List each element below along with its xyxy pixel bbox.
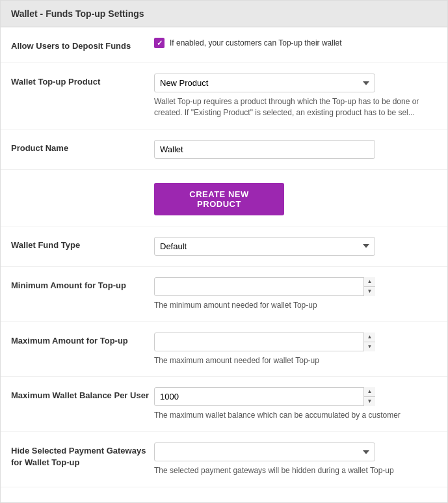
product-name-row: Product Name bbox=[1, 129, 447, 170]
hide-gateways-label: Hide Selected Payment Gateways for Walle… bbox=[11, 442, 154, 469]
create-product-row: CREATE NEW PRODUCT bbox=[1, 170, 447, 226]
topup-product-row: Wallet Top-up Product New Product Existi… bbox=[1, 63, 447, 129]
allow-deposit-hint: If enabled, your customers can Top-up th… bbox=[170, 38, 342, 49]
max-amount-down[interactable]: ▼ bbox=[364, 342, 375, 351]
panel-body: Allow Users to Deposit Funds If enabled,… bbox=[1, 27, 447, 487]
allow-deposit-row: Allow Users to Deposit Funds If enabled,… bbox=[1, 27, 447, 63]
max-amount-row: Maximum Amount for Top-up ▲ ▼ The maximu… bbox=[1, 322, 447, 377]
max-amount-spinner: ▲ ▼ bbox=[363, 333, 375, 351]
topup-product-hint: Wallet Top-up requires a product through… bbox=[154, 96, 437, 118]
max-amount-wrapper: ▲ ▼ bbox=[154, 333, 375, 351]
topup-product-content: New Product Existing Product Wallet Top-… bbox=[154, 74, 437, 118]
max-balance-spinner: ▲ ▼ bbox=[363, 387, 375, 406]
min-amount-down[interactable]: ▼ bbox=[364, 287, 375, 296]
topup-product-select[interactable]: New Product Existing Product bbox=[154, 74, 375, 92]
max-balance-hint: The maximum wallet balance which can be … bbox=[154, 410, 437, 421]
create-product-content: CREATE NEW PRODUCT bbox=[154, 180, 437, 215]
max-amount-label: Maximum Amount for Top-up bbox=[11, 333, 154, 347]
product-name-content bbox=[154, 140, 437, 159]
product-name-input[interactable] bbox=[154, 140, 375, 159]
min-amount-input[interactable] bbox=[154, 277, 375, 296]
max-balance-row: Maximum Wallet Balance Per User ▲ ▼ The … bbox=[1, 377, 447, 432]
fund-type-content: Default bbox=[154, 237, 437, 256]
panel-title-text: Wallet - Funds Top-up Settings bbox=[11, 8, 144, 19]
allow-deposit-checkbox[interactable] bbox=[154, 38, 165, 48]
min-amount-spinner: ▲ ▼ bbox=[363, 277, 375, 296]
max-amount-hint: The maximum amount needed for wallet Top… bbox=[154, 355, 437, 366]
topup-product-label: Wallet Top-up Product bbox=[11, 74, 154, 88]
hide-gateways-content: The selected payment gateways will be hi… bbox=[154, 442, 437, 476]
create-product-empty-label bbox=[11, 180, 154, 183]
max-balance-input[interactable] bbox=[154, 387, 375, 406]
min-amount-row: Minimum Amount for Top-up ▲ ▼ The minimu… bbox=[1, 267, 447, 322]
min-amount-up[interactable]: ▲ bbox=[364, 277, 375, 287]
max-balance-wrapper: ▲ ▼ bbox=[154, 387, 375, 406]
hide-gateways-select[interactable] bbox=[154, 442, 375, 461]
hide-gateways-row: Hide Selected Payment Gateways for Walle… bbox=[1, 432, 447, 487]
create-product-button[interactable]: CREATE NEW PRODUCT bbox=[154, 183, 284, 215]
max-amount-input[interactable] bbox=[154, 333, 375, 351]
fund-type-label: Wallet Fund Type bbox=[11, 237, 154, 251]
max-balance-label: Maximum Wallet Balance Per User bbox=[11, 387, 154, 401]
fund-type-select[interactable]: Default bbox=[154, 237, 375, 256]
max-amount-up[interactable]: ▲ bbox=[364, 333, 375, 342]
max-balance-content: ▲ ▼ The maximum wallet balance which can… bbox=[154, 387, 437, 421]
hide-gateways-hint: The selected payment gateways will be hi… bbox=[154, 465, 437, 476]
max-balance-up[interactable]: ▲ bbox=[364, 387, 375, 397]
max-amount-content: ▲ ▼ The maximum amount needed for wallet… bbox=[154, 333, 437, 366]
allow-deposit-label: Allow Users to Deposit Funds bbox=[11, 38, 154, 52]
min-amount-label: Minimum Amount for Top-up bbox=[11, 277, 154, 292]
max-balance-down[interactable]: ▼ bbox=[364, 397, 375, 406]
allow-deposit-content: If enabled, your customers can Top-up th… bbox=[154, 38, 437, 49]
min-amount-hint: The minimum amount needed for wallet Top… bbox=[154, 300, 437, 311]
fund-type-row: Wallet Fund Type Default bbox=[1, 226, 447, 267]
allow-deposit-checkbox-row: If enabled, your customers can Top-up th… bbox=[154, 38, 437, 49]
min-amount-content: ▲ ▼ The minimum amount needed for wallet… bbox=[154, 277, 437, 311]
min-amount-wrapper: ▲ ▼ bbox=[154, 277, 375, 296]
product-name-label: Product Name bbox=[11, 140, 154, 154]
panel-title: Wallet - Funds Top-up Settings bbox=[1, 1, 447, 27]
settings-panel: Wallet - Funds Top-up Settings Allow Use… bbox=[0, 0, 448, 503]
